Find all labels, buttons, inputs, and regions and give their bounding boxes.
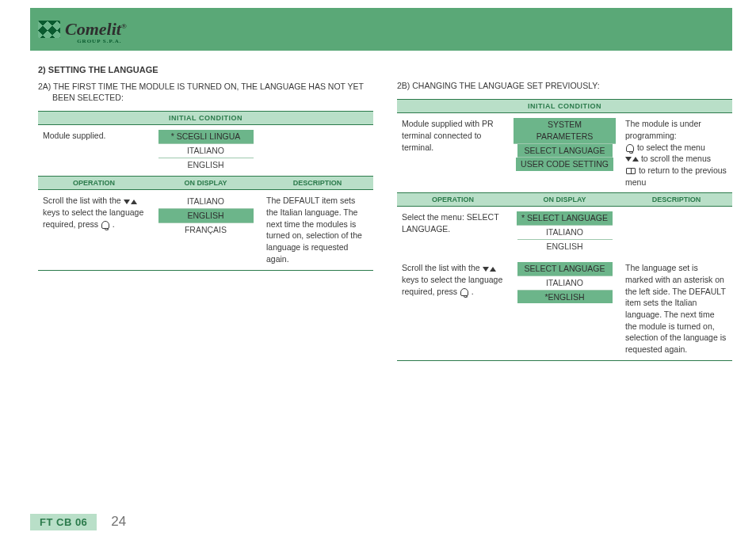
bell-icon xyxy=(101,221,109,229)
display-line: ITALIANO xyxy=(158,144,254,158)
display-line: USER CODE SETTING xyxy=(516,158,613,171)
display-line: ITALIANO xyxy=(158,195,254,209)
col-display: ON DISPLAY xyxy=(509,193,620,207)
initial-condition-header: INITIAL CONDITION xyxy=(38,112,373,125)
display-line: *ENGLISH xyxy=(517,291,613,304)
display-line: ENGLISH xyxy=(158,209,254,223)
display-line: ENGLISH xyxy=(158,158,254,172)
col-description: DESCRIPTION xyxy=(262,177,373,190)
page: Comelit® GROUP S.P.A. 2) SETTING THE LAN… xyxy=(0,8,756,536)
arrow-up-icon xyxy=(632,157,639,162)
page-number: 24 xyxy=(97,514,126,530)
col-display: ON DISPLAY xyxy=(150,177,262,190)
arrow-up-icon xyxy=(490,267,496,272)
display-stack: ITALIANOENGLISHFRANÇAIS xyxy=(155,195,257,236)
display-cell: * SELECT LANGUAGEITALIANOENGLISH xyxy=(509,207,620,258)
content: 2) SETTING THE LANGUAGE 2A) THE FIRST TI… xyxy=(0,51,756,367)
col-operation: OPERATION xyxy=(397,193,509,207)
display-line: ITALIANO xyxy=(517,276,613,291)
display-stack: SELECT LANGUAGEITALIANO*ENGLISH xyxy=(514,262,616,303)
desc-cell xyxy=(620,207,732,258)
subsection-2a: 2A) THE FIRST TIME THE MODULE IS TURNED … xyxy=(52,81,373,103)
display-line: FRANÇAIS xyxy=(158,223,254,237)
display-cell: ITALIANOENGLISHFRANÇAIS xyxy=(150,190,262,270)
op-cell: Scroll the list with the keys to select … xyxy=(397,257,509,360)
display-stack: SYSTEM PARAMETERSSELECT LANGUAGEUSER COD… xyxy=(514,118,616,171)
registered-mark: ® xyxy=(121,22,127,30)
page-footer: FT CB 06 24 xyxy=(30,514,126,530)
arrow-up-icon xyxy=(131,200,137,204)
op-cell: Module supplied. xyxy=(38,125,150,177)
op-cell: Scroll the list with the keys to select … xyxy=(38,190,150,270)
arrow-down-icon xyxy=(625,157,632,162)
logo-text: Comelit® GROUP S.P.A. xyxy=(65,19,127,40)
bell-icon xyxy=(626,144,634,152)
desc-cell: The DEFAULT item sets the Italian langua… xyxy=(262,190,373,270)
brand-name: Comelit xyxy=(65,19,121,39)
arrow-down-icon xyxy=(483,267,489,272)
display-line: ENGLISH xyxy=(517,240,613,253)
arrow-down-icon xyxy=(124,200,130,204)
doc-code: FT CB 06 xyxy=(30,514,97,530)
left-column: 2) SETTING THE LANGUAGE 2A) THE FIRST TI… xyxy=(38,65,373,367)
desc-cell: The module is under programming: to sele… xyxy=(620,113,732,193)
op-cell: Select the menu: SELECT LANGUAGE. xyxy=(397,207,509,258)
display-cell: * SCEGLI LINGUAITALIANOENGLISH xyxy=(150,125,262,177)
subsection-2b: 2B) CHANGING THE LANGUAGE SET PREVIOUSLY… xyxy=(411,80,732,91)
right-column: 2B) CHANGING THE LANGUAGE SET PREVIOUSLY… xyxy=(397,65,732,367)
desc-cell: The language set is marked with an aster… xyxy=(620,257,732,360)
header-bar: Comelit® GROUP S.P.A. xyxy=(30,8,732,51)
bell-icon xyxy=(460,288,468,296)
display-line: * SCEGLI LINGUA xyxy=(158,130,254,144)
table-2b: INITIAL CONDITION Module supplied with P… xyxy=(397,99,732,361)
table-2a: INITIAL CONDITION Module supplied. * SCE… xyxy=(38,111,373,270)
display-line: * SELECT LANGUAGE xyxy=(517,211,613,226)
initial-condition-header: INITIAL CONDITION xyxy=(397,100,732,113)
display-line: SELECT LANGUAGE xyxy=(517,144,613,158)
desc-cell xyxy=(262,125,373,177)
display-line: SELECT LANGUAGE xyxy=(517,262,613,276)
section-heading: 2) SETTING THE LANGUAGE xyxy=(38,65,373,74)
display-line: ITALIANO xyxy=(517,226,613,240)
book-icon xyxy=(626,168,636,174)
display-line: SYSTEM PARAMETERS xyxy=(514,118,616,143)
display-cell: SELECT LANGUAGEITALIANO*ENGLISH xyxy=(509,257,620,360)
brand-subline: GROUP S.P.A. xyxy=(77,38,121,44)
col-operation: OPERATION xyxy=(38,177,150,190)
col-description: DESCRIPTION xyxy=(620,193,732,207)
logo-mark-icon xyxy=(38,21,60,38)
display-cell: SYSTEM PARAMETERSSELECT LANGUAGEUSER COD… xyxy=(509,113,620,193)
op-cell: Module supplied with PR terminal connect… xyxy=(397,113,509,193)
brand-logo: Comelit® GROUP S.P.A. xyxy=(30,19,127,40)
display-stack: * SCEGLI LINGUAITALIANOENGLISH xyxy=(155,130,257,171)
display-stack: * SELECT LANGUAGEITALIANOENGLISH xyxy=(514,211,616,253)
